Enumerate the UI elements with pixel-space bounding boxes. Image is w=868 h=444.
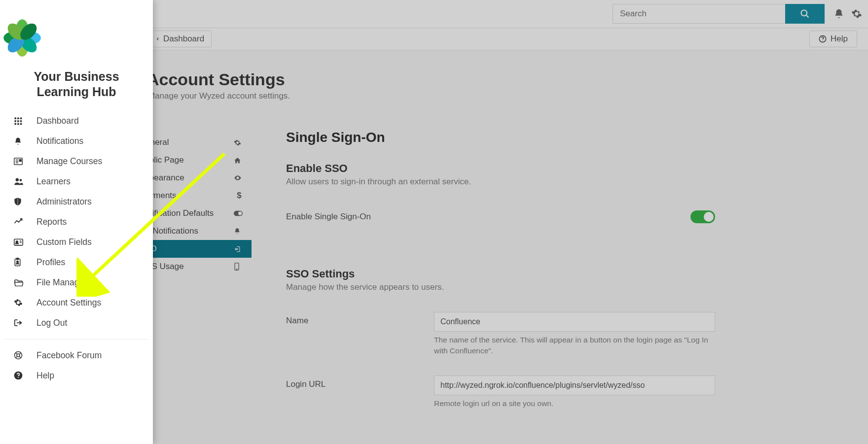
tab-notification-defaults[interactable]: Notification Defaults bbox=[138, 205, 252, 222]
sidebar-item-profiles[interactable]: Profiles bbox=[0, 252, 153, 273]
sidebar-item-administrators[interactable]: Administrators bbox=[0, 192, 153, 212]
svg-line-43 bbox=[19, 353, 21, 354]
svg-rect-29 bbox=[19, 159, 21, 161]
sso-name-label: Name bbox=[286, 312, 434, 326]
search-input[interactable] bbox=[613, 4, 785, 24]
sidebar-item-reports[interactable]: Reports bbox=[0, 212, 153, 232]
sidebar-drawer: Your BusinessLearning Hub Dashboard Noti… bbox=[0, 0, 153, 444]
folder-open-icon bbox=[14, 279, 26, 286]
settings-tabs: General Public Page Appearance Payments … bbox=[138, 134, 252, 409]
svg-rect-17 bbox=[17, 117, 19, 119]
sidebar-item-label: Log Out bbox=[36, 318, 67, 328]
page-heading: Account Settings Manage your Wyzed accou… bbox=[148, 50, 868, 106]
settings-gear-icon[interactable] bbox=[851, 8, 862, 19]
sidebar-item-facebook-forum[interactable]: Facebook Forum bbox=[0, 345, 153, 366]
sidebar-item-label: Manage Courses bbox=[36, 156, 102, 167]
svg-point-41 bbox=[17, 354, 20, 357]
search-button[interactable] bbox=[785, 4, 825, 24]
sidebar-item-label: File Manager bbox=[36, 277, 87, 288]
sidebar-item-learners[interactable]: Learners bbox=[0, 171, 153, 192]
sso-name-input[interactable] bbox=[434, 312, 715, 332]
sso-login-url-label: Login URL bbox=[286, 376, 434, 389]
sidebar-nav: Dashboard Notifications Manage Courses L… bbox=[0, 111, 153, 386]
svg-point-33 bbox=[16, 240, 18, 242]
help-button-label: Help bbox=[831, 34, 848, 44]
page-title: Account Settings bbox=[147, 70, 868, 89]
sidebar-item-file-manager[interactable]: File Manager bbox=[0, 273, 153, 293]
sidebar-item-label: Help bbox=[36, 371, 54, 381]
sidebar-item-help[interactable]: Help bbox=[0, 366, 153, 386]
tab-payments[interactable]: Payments $ bbox=[138, 187, 252, 205]
svg-rect-22 bbox=[14, 123, 16, 125]
sso-settings-sub: Manage how the service appears to users. bbox=[286, 282, 848, 292]
sso-name-hint: The name of the service. This will appea… bbox=[434, 335, 715, 356]
chart-line-icon bbox=[14, 218, 26, 226]
svg-point-47 bbox=[18, 377, 19, 378]
svg-rect-20 bbox=[17, 120, 19, 122]
sso-settings-section: SSO Settings Manage how the service appe… bbox=[286, 268, 848, 292]
tab-appearance[interactable]: Appearance bbox=[138, 169, 252, 187]
clover-logo-icon bbox=[0, 16, 44, 60]
sidebar-divider bbox=[4, 339, 149, 340]
breadcrumb-dashboard[interactable]: Dashboard bbox=[148, 31, 212, 47]
svg-rect-23 bbox=[17, 123, 19, 125]
breadcrumb-label: Dashboard bbox=[163, 34, 204, 44]
users-icon bbox=[14, 177, 26, 185]
svg-rect-19 bbox=[14, 120, 16, 122]
sidebar-item-label: Account Settings bbox=[36, 298, 101, 308]
sso-login-url-hint: Remote login url on a site you own. bbox=[434, 398, 715, 409]
sidebar-item-label: Reports bbox=[36, 217, 67, 227]
brand-title: Your BusinessLearning Hub bbox=[0, 69, 153, 100]
svg-line-1 bbox=[806, 15, 809, 18]
bell-icon bbox=[14, 137, 26, 145]
sidebar-item-log-out[interactable]: Log Out bbox=[0, 313, 153, 333]
sidebar-item-account-settings[interactable]: Account Settings bbox=[0, 293, 153, 313]
sidebar-item-custom-fields[interactable]: Custom Fields bbox=[0, 232, 153, 252]
sso-heading: Single Sign-On bbox=[286, 130, 848, 145]
eye-icon bbox=[234, 174, 245, 182]
brand-logo bbox=[0, 0, 153, 60]
tab-my-notifications[interactable]: My Notifications bbox=[138, 222, 252, 240]
badge-icon bbox=[14, 258, 26, 267]
enable-sso-label: Enable Single Sign-On bbox=[286, 212, 371, 222]
sidebar-item-dashboard[interactable]: Dashboard bbox=[0, 111, 153, 131]
enable-sso-toggle[interactable] bbox=[690, 210, 715, 223]
help-circle-icon bbox=[819, 35, 827, 43]
dollar-icon: $ bbox=[234, 191, 245, 201]
tab-sso[interactable]: SSO bbox=[138, 240, 252, 258]
svg-line-42 bbox=[16, 353, 17, 354]
svg-point-7 bbox=[236, 269, 237, 270]
sign-out-icon bbox=[14, 319, 26, 327]
svg-point-3 bbox=[822, 40, 823, 41]
help-button[interactable]: Help bbox=[809, 31, 857, 47]
svg-point-0 bbox=[801, 10, 807, 16]
enable-sso-sub: Allow users to sign-in through an extern… bbox=[286, 177, 848, 187]
sidebar-item-label: Facebook Forum bbox=[36, 350, 102, 361]
toggle-icon bbox=[234, 210, 245, 216]
bell-icon bbox=[234, 228, 245, 235]
svg-rect-37 bbox=[16, 258, 19, 260]
tab-public-page[interactable]: Public Page bbox=[138, 151, 252, 169]
notifications-icon[interactable] bbox=[833, 8, 844, 19]
help-circle-icon bbox=[14, 371, 26, 380]
home-icon bbox=[234, 157, 245, 164]
page-subtitle: Manage your Wyzed account settings. bbox=[148, 91, 868, 101]
svg-rect-24 bbox=[20, 123, 22, 125]
sidebar-item-label: Dashboard bbox=[36, 116, 79, 126]
sso-settings-heading: SSO Settings bbox=[286, 268, 848, 280]
sidebar-item-manage-courses[interactable]: Manage Courses bbox=[0, 151, 153, 171]
tab-general[interactable]: General bbox=[138, 134, 252, 151]
tab-sms-usage[interactable]: SMS Usage bbox=[138, 258, 252, 275]
svg-point-30 bbox=[16, 178, 19, 181]
gear-icon bbox=[14, 298, 26, 307]
grid-icon bbox=[14, 117, 26, 125]
shield-icon bbox=[14, 197, 26, 206]
phone-icon bbox=[234, 263, 245, 271]
chevron-left-icon bbox=[155, 35, 160, 42]
svg-point-5 bbox=[238, 211, 242, 215]
sidebar-item-notifications[interactable]: Notifications bbox=[0, 131, 153, 151]
sidebar-item-label: Custom Fields bbox=[36, 237, 92, 247]
lifebuoy-icon bbox=[14, 351, 26, 360]
sso-login-url-input[interactable] bbox=[434, 376, 715, 395]
search-icon bbox=[800, 9, 810, 19]
